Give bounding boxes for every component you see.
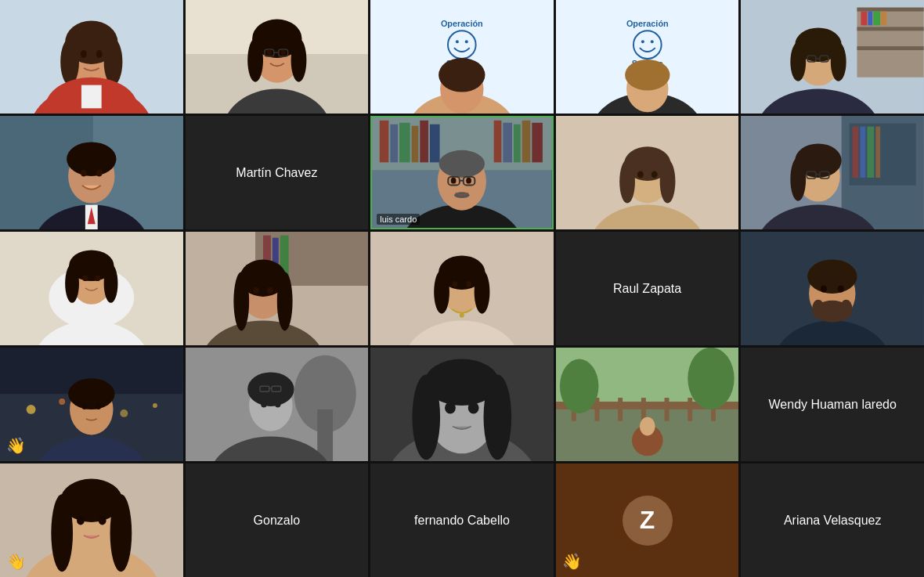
svg-point-91 bbox=[451, 178, 457, 184]
cell-r1c2[interactable] bbox=[186, 0, 369, 114]
svg-point-137 bbox=[253, 287, 259, 294]
svg-point-102 bbox=[651, 171, 658, 179]
svg-rect-84 bbox=[532, 123, 543, 163]
svg-point-135 bbox=[233, 272, 249, 330]
cell-r1c5[interactable] bbox=[741, 0, 924, 114]
svg-rect-50 bbox=[868, 12, 873, 26]
svg-point-37 bbox=[651, 40, 654, 43]
svg-point-56 bbox=[791, 42, 807, 81]
svg-point-166 bbox=[68, 378, 114, 409]
svg-rect-46 bbox=[857, 8, 924, 12]
svg-rect-76 bbox=[399, 123, 410, 163]
cell-r2c1[interactable] bbox=[0, 116, 183, 229]
svg-point-187 bbox=[484, 374, 512, 460]
svg-rect-194 bbox=[594, 398, 599, 421]
svg-point-144 bbox=[475, 270, 490, 313]
svg-point-124 bbox=[104, 264, 118, 302]
svg-point-136 bbox=[276, 272, 292, 330]
cell-r2c2: Martín Chavez bbox=[186, 116, 369, 229]
cell-r4c5: Wendy Huaman laredo bbox=[741, 348, 924, 461]
svg-point-5 bbox=[60, 38, 79, 85]
svg-point-189 bbox=[468, 402, 479, 414]
svg-point-180 bbox=[274, 401, 280, 408]
svg-point-211 bbox=[99, 517, 106, 525]
svg-point-26 bbox=[456, 40, 459, 43]
svg-rect-195 bbox=[618, 398, 623, 421]
cell-r3c1[interactable] bbox=[0, 232, 183, 345]
cell-r5c4[interactable]: 👋 Z bbox=[556, 463, 739, 577]
svg-point-201 bbox=[688, 348, 734, 409]
svg-point-160 bbox=[27, 405, 36, 414]
cell-r1c4[interactable]: Operación Sonrisa Perú bbox=[556, 0, 739, 114]
cell-r4c1[interactable]: 👋 bbox=[0, 348, 183, 461]
svg-point-168 bbox=[96, 403, 101, 409]
svg-point-162 bbox=[120, 409, 128, 417]
cell-r4c4[interactable] bbox=[556, 348, 739, 461]
svg-point-147 bbox=[460, 313, 464, 318]
avatar-letter: Z bbox=[640, 506, 655, 535]
participant-name-wendy: Wendy Huaman laredo bbox=[769, 398, 897, 412]
svg-text:Operación: Operación bbox=[441, 19, 483, 28]
svg-rect-49 bbox=[861, 12, 868, 26]
cell-r2c3[interactable]: luis cardo bbox=[370, 116, 554, 229]
cell-r3c2[interactable] bbox=[186, 232, 369, 345]
svg-rect-106 bbox=[853, 127, 859, 178]
svg-point-186 bbox=[413, 374, 441, 460]
svg-rect-77 bbox=[412, 126, 419, 163]
svg-point-42 bbox=[625, 60, 670, 91]
cell-r5c3: fernando Cabello bbox=[370, 463, 554, 577]
svg-point-57 bbox=[831, 42, 846, 81]
emoji-wave-r4c1: 👋 bbox=[6, 436, 26, 455]
svg-text:Operación: Operación bbox=[626, 19, 669, 28]
participant-name-gonzalo: Gonzalo bbox=[254, 514, 301, 528]
svg-point-145 bbox=[453, 281, 458, 287]
svg-rect-107 bbox=[861, 127, 866, 178]
video-grid: Operación Sonrisa Perú Operación Sonrisa… bbox=[0, 0, 924, 577]
cell-r1c3[interactable]: Operación Sonrisa Perú bbox=[370, 0, 554, 114]
svg-point-68 bbox=[67, 142, 116, 176]
svg-point-21 bbox=[267, 50, 272, 56]
svg-point-92 bbox=[466, 178, 471, 184]
cell-r4c3[interactable] bbox=[370, 348, 554, 461]
svg-point-175 bbox=[247, 372, 294, 406]
svg-point-113 bbox=[791, 157, 807, 200]
svg-point-6 bbox=[104, 38, 123, 85]
cell-r5c5: Ariana Velasquez bbox=[741, 463, 924, 577]
svg-point-87 bbox=[439, 150, 485, 178]
svg-point-16 bbox=[247, 38, 263, 81]
emoji-wave-r5c1: 👋 bbox=[6, 552, 26, 571]
emoji-wave-r5c4: 👋 bbox=[562, 552, 582, 571]
cell-r5c1[interactable]: 👋 bbox=[0, 463, 183, 577]
svg-rect-105 bbox=[850, 124, 916, 186]
svg-point-163 bbox=[153, 403, 157, 408]
svg-rect-81 bbox=[504, 123, 513, 163]
svg-point-179 bbox=[261, 401, 267, 408]
cell-r3c3[interactable] bbox=[370, 232, 554, 345]
svg-rect-75 bbox=[391, 124, 399, 163]
svg-point-32 bbox=[439, 58, 485, 92]
svg-point-101 bbox=[637, 171, 644, 179]
cell-r2c4[interactable] bbox=[556, 116, 739, 229]
svg-point-188 bbox=[445, 402, 456, 414]
participant-name-luis: luis cardo bbox=[377, 214, 420, 225]
svg-rect-108 bbox=[868, 127, 875, 178]
svg-rect-52 bbox=[882, 12, 887, 26]
svg-rect-51 bbox=[874, 12, 881, 26]
svg-point-8 bbox=[96, 50, 103, 58]
svg-point-210 bbox=[77, 517, 85, 525]
cell-r4c2[interactable] bbox=[186, 348, 369, 461]
svg-rect-78 bbox=[420, 121, 428, 163]
svg-point-7 bbox=[81, 50, 87, 58]
svg-point-200 bbox=[560, 359, 598, 413]
svg-point-138 bbox=[267, 287, 273, 294]
svg-point-156 bbox=[821, 286, 827, 293]
cell-r1c1[interactable] bbox=[0, 0, 183, 114]
svg-point-209 bbox=[110, 494, 132, 572]
participant-name-ariana: Ariana Velasquez bbox=[784, 514, 882, 528]
svg-point-167 bbox=[81, 403, 87, 409]
cell-r5c2: Gonzalo bbox=[186, 463, 369, 577]
svg-point-70 bbox=[96, 170, 103, 177]
svg-point-143 bbox=[434, 270, 449, 313]
cell-r2c5[interactable] bbox=[741, 116, 924, 229]
cell-r3c5[interactable] bbox=[741, 232, 924, 345]
